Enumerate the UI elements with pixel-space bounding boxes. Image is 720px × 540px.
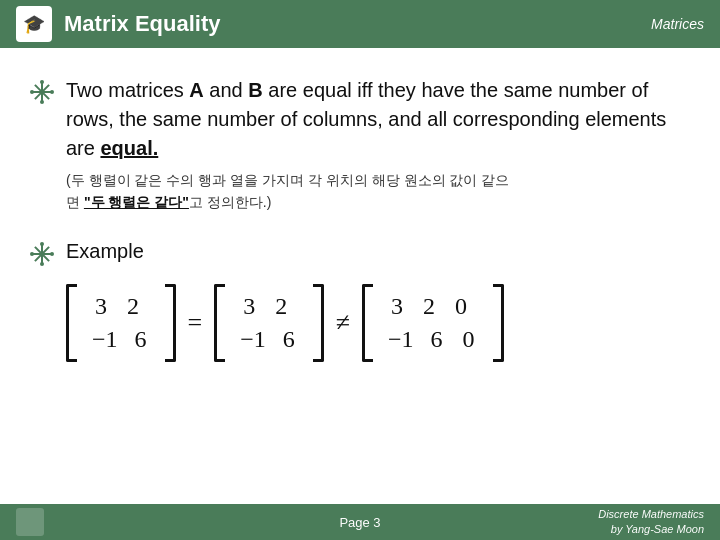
example-section: Example xyxy=(28,238,672,268)
svg-point-16 xyxy=(30,252,34,256)
m2-r1c2: 2 xyxy=(272,293,290,320)
footer-logo xyxy=(16,508,44,536)
page-title: Matrix Equality xyxy=(64,11,220,37)
bullet-icon-2 xyxy=(28,240,56,268)
footer-page-number: Page 3 xyxy=(339,515,380,530)
main-paragraph-text: Two matrices A and B are equal iff they … xyxy=(66,76,672,163)
m3-r2c3: 0 xyxy=(460,326,478,353)
bullet-icon-1 xyxy=(28,78,56,106)
m1-r1c2: 2 xyxy=(124,293,142,320)
korean-emphasis: "두 행렬은 같다" xyxy=(84,194,189,210)
svg-point-6 xyxy=(40,100,44,104)
paragraph-1: Two matrices A and B are equal iff they … xyxy=(66,76,672,214)
credit-line-2: by Yang-Sae Moon xyxy=(611,523,704,535)
matrix-2: 3 2 −1 6 xyxy=(214,284,324,362)
matrix-2-row-1: 3 2 xyxy=(226,290,312,323)
svg-point-17 xyxy=(50,252,54,256)
they-word: they xyxy=(378,79,416,101)
matrix-3-row-1: 3 2 0 xyxy=(374,290,492,323)
footer-logo-box xyxy=(16,508,44,536)
matrix-3-row-2: −1 6 0 xyxy=(374,323,492,356)
m1-r2c2: 6 xyxy=(132,326,150,353)
example-label: Example xyxy=(66,240,144,263)
header-logo: 🎓 xyxy=(16,6,52,42)
matrix-1: 3 2 −1 6 xyxy=(66,284,176,362)
header-bar: 🎓 Matrix Equality Matrices xyxy=(0,0,720,48)
korean-line-2-prefix: 면 xyxy=(66,194,84,210)
matrix-3: 3 2 0 −1 6 0 xyxy=(362,284,504,362)
m3-r1c1: 3 xyxy=(388,293,406,320)
svg-point-5 xyxy=(40,80,44,84)
header-tag: Matrices xyxy=(651,16,704,32)
korean-line-1: (두 행렬이 같은 수의 행과 열을 가지며 각 위치의 해당 원소의 값이 같… xyxy=(66,172,509,188)
m1-r2c1: −1 xyxy=(92,326,118,353)
equals-sign: = xyxy=(188,308,203,338)
m3-r1c3: 0 xyxy=(452,293,470,320)
main-content: Two matrices A and B are equal iff they … xyxy=(0,48,720,382)
m2-r2c1: −1 xyxy=(240,326,266,353)
korean-line-2-suffix: 고 정의한다.) xyxy=(189,194,271,210)
snowflake-icon xyxy=(30,80,54,104)
matrix-2-row-2: −1 6 xyxy=(226,323,312,356)
m1-r1c1: 3 xyxy=(92,293,110,320)
m3-r2c2: 6 xyxy=(428,326,446,353)
svg-point-14 xyxy=(40,242,44,246)
not-equals-sign: ≠ xyxy=(336,308,350,338)
m2-r1c1: 3 xyxy=(240,293,258,320)
matrix-1-row-2: −1 6 xyxy=(78,323,164,356)
credit-line-1: Discrete Mathematics xyxy=(598,508,704,520)
bullet-item-1: Two matrices A and B are equal iff they … xyxy=(28,76,672,214)
svg-point-15 xyxy=(40,262,44,266)
matrix-display: 3 2 −1 6 = 3 2 −1 6 ≠ 3 xyxy=(66,284,672,362)
matrix-A: A xyxy=(189,79,203,101)
korean-text: (두 행렬이 같은 수의 행과 열을 가지며 각 위치의 해당 원소의 값이 같… xyxy=(66,169,672,214)
footer-bar: Page 3 Discrete Mathematics by Yang-Sae … xyxy=(0,504,720,540)
m3-r1c2: 2 xyxy=(420,293,438,320)
matrix-B: B xyxy=(248,79,262,101)
equal-emphasis: equal. xyxy=(100,137,158,159)
m3-r2c1: −1 xyxy=(388,326,414,353)
svg-point-7 xyxy=(30,90,34,94)
footer-credit: Discrete Mathematics by Yang-Sae Moon xyxy=(598,507,704,538)
logo-icon: 🎓 xyxy=(23,13,45,35)
matrix-1-row-1: 3 2 xyxy=(78,290,164,323)
m2-r2c2: 6 xyxy=(280,326,298,353)
snowflake-icon-2 xyxy=(30,242,54,266)
svg-point-8 xyxy=(50,90,54,94)
